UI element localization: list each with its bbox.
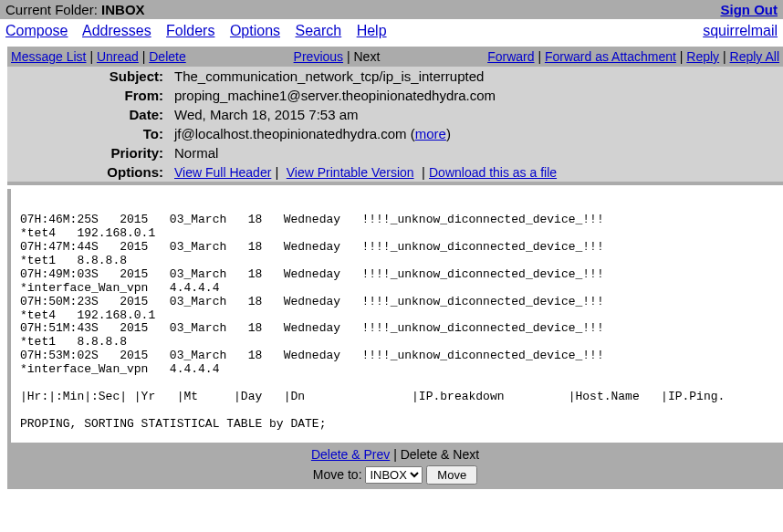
previous-link[interactable]: Previous — [294, 49, 343, 64]
compose-link[interactable]: Compose — [5, 23, 68, 38]
to-more-link[interactable]: more — [415, 126, 446, 141]
subject-label: Subject: — [7, 67, 169, 86]
forward-attachment-link[interactable]: Forward as Attachment — [545, 49, 676, 64]
forward-link[interactable]: Forward — [487, 49, 534, 64]
folders-link[interactable]: Folders — [166, 23, 214, 38]
current-folder-label: Current Folder: INBOX — [5, 2, 145, 17]
move-to-label: Move to: — [313, 467, 362, 482]
subject-value: The_communication_network_tcp/ip_is_inte… — [169, 67, 783, 86]
move-to-select[interactable]: INBOX — [365, 466, 423, 484]
sign-out-link[interactable]: Sign Out — [721, 2, 778, 17]
delete-link[interactable]: Delete — [149, 49, 185, 64]
message-body: 07H:46M:25S 2015 03_March 18 Wedneday !!… — [7, 189, 783, 443]
from-value: proping_machine1@server.theopinionatedhy… — [169, 86, 783, 105]
priority-label: Priority: — [7, 143, 169, 162]
delete-prev-link[interactable]: Delete & Prev — [311, 447, 390, 462]
download-file-link[interactable]: Download this as a file — [429, 165, 557, 180]
to-value: jf@localhost.theopinionatedhydra.com (mo… — [169, 124, 783, 143]
move-button[interactable]: Move — [426, 465, 477, 485]
search-link[interactable]: Search — [296, 23, 342, 38]
from-label: From: — [7, 86, 169, 105]
to-label: To: — [7, 124, 169, 143]
date-value: Wed, March 18, 2015 7:53 am — [169, 105, 783, 124]
addresses-link[interactable]: Addresses — [82, 23, 151, 38]
priority-value: Normal — [169, 143, 783, 162]
view-full-header-link[interactable]: View Full Header — [174, 165, 271, 180]
next-text: Next — [353, 49, 380, 64]
options-link[interactable]: Options — [230, 23, 280, 38]
unread-link[interactable]: Unread — [97, 49, 139, 64]
reply-all-link[interactable]: Reply All — [730, 49, 779, 64]
date-label: Date: — [7, 105, 169, 124]
brand-link[interactable]: squirrelmail — [703, 23, 778, 38]
reply-link[interactable]: Reply — [686, 49, 719, 64]
view-printable-link[interactable]: View Printable Version — [287, 165, 414, 180]
delete-next-text: Delete & Next — [401, 447, 479, 462]
help-link[interactable]: Help — [357, 23, 387, 38]
options-label: Options: — [7, 162, 169, 182]
message-list-link[interactable]: Message List — [11, 49, 86, 64]
